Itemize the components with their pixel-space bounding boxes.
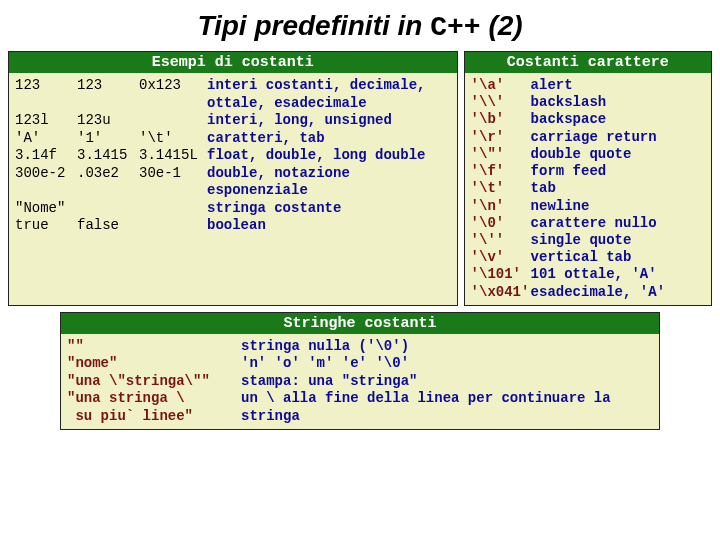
ex-c1: 3.1415 bbox=[77, 147, 135, 165]
str-lit: "una \"stringa\"" bbox=[67, 373, 237, 391]
ex-c2: '\t' bbox=[139, 130, 203, 148]
char-desc: 101 ottale, 'A' bbox=[531, 266, 705, 283]
examples-header: Esempi di costanti bbox=[9, 52, 457, 73]
char-header: Costanti carattere bbox=[465, 52, 711, 73]
strings-box: Stringhe costanti ""stringa nulla ('\0')… bbox=[60, 312, 660, 431]
char-esc: '\0' bbox=[471, 215, 527, 232]
slide-title: Tipi predefiniti in C++ (2) bbox=[0, 0, 720, 51]
title-prefix: Tipi predefiniti in bbox=[197, 10, 430, 41]
ex-c0: 123 bbox=[15, 77, 73, 112]
char-esc: '\'' bbox=[471, 232, 527, 249]
examples-body: 123 123 0x123 interi costanti, decimale,… bbox=[9, 73, 457, 239]
ex-c2 bbox=[139, 200, 203, 218]
ex-c0: 300e-2 bbox=[15, 165, 73, 200]
ex-desc: boolean bbox=[207, 217, 451, 235]
str-desc: stampa: una "stringa" bbox=[241, 373, 653, 391]
ex-c1: .03e2 bbox=[77, 165, 135, 200]
char-desc: vertical tab bbox=[531, 249, 705, 266]
char-esc: '\v' bbox=[471, 249, 527, 266]
char-esc: '\t' bbox=[471, 180, 527, 197]
strings-wrap: Stringhe costanti ""stringa nulla ('\0')… bbox=[0, 306, 720, 431]
strings-header: Stringhe costanti bbox=[61, 313, 659, 334]
char-constants-box: Costanti carattere '\a'alert '\\'backsla… bbox=[464, 51, 712, 306]
str-desc: un \ alla fine della linea per continuar… bbox=[241, 390, 653, 425]
slide: Tipi predefiniti in C++ (2) Esempi di co… bbox=[0, 0, 720, 540]
ex-c2: 30e-1 bbox=[139, 165, 203, 200]
ex-c1: false bbox=[77, 217, 135, 235]
char-desc: backspace bbox=[531, 111, 705, 128]
ex-c0: "Nome" bbox=[15, 200, 73, 218]
char-desc: single quote bbox=[531, 232, 705, 249]
ex-c0: true bbox=[15, 217, 73, 235]
char-esc: '\\' bbox=[471, 94, 527, 111]
ex-c0: 'A' bbox=[15, 130, 73, 148]
ex-c2 bbox=[139, 112, 203, 130]
ex-c0: 3.14f bbox=[15, 147, 73, 165]
char-desc: backslash bbox=[531, 94, 705, 111]
char-desc: esadecimale, 'A' bbox=[531, 284, 705, 301]
char-body: '\a'alert '\\'backslash '\b'backspace '\… bbox=[465, 73, 711, 305]
ex-desc: caratteri, tab bbox=[207, 130, 451, 148]
char-desc: newline bbox=[531, 198, 705, 215]
char-esc: '\b' bbox=[471, 111, 527, 128]
char-desc: alert bbox=[531, 77, 705, 94]
str-lit: "una stringa \ su piu` linee" bbox=[67, 390, 237, 425]
ex-c0: 123l bbox=[15, 112, 73, 130]
ex-c1: 123u bbox=[77, 112, 135, 130]
ex-c2 bbox=[139, 217, 203, 235]
ex-c2: 0x123 bbox=[139, 77, 203, 112]
strings-body: ""stringa nulla ('\0') "nome"'n' 'o' 'm'… bbox=[61, 334, 659, 430]
str-desc: stringa nulla ('\0') bbox=[241, 338, 653, 356]
char-esc: '\"' bbox=[471, 146, 527, 163]
char-desc: tab bbox=[531, 180, 705, 197]
char-desc: carriage return bbox=[531, 129, 705, 146]
ex-desc: stringa costante bbox=[207, 200, 451, 218]
char-esc: '\n' bbox=[471, 198, 527, 215]
char-esc: '\101' bbox=[471, 266, 527, 283]
char-esc: '\f' bbox=[471, 163, 527, 180]
strings-table: ""stringa nulla ('\0') "nome"'n' 'o' 'm'… bbox=[67, 338, 653, 426]
title-suffix: (2) bbox=[481, 10, 523, 41]
ex-desc: float, double, long double bbox=[207, 147, 451, 165]
ex-desc: interi, long, unsigned bbox=[207, 112, 451, 130]
char-esc: '\a' bbox=[471, 77, 527, 94]
ex-desc: double, notazione esponenziale bbox=[207, 165, 451, 200]
examples-box: Esempi di costanti 123 123 0x123 interi … bbox=[8, 51, 458, 306]
char-table: '\a'alert '\\'backslash '\b'backspace '\… bbox=[471, 77, 705, 301]
top-row: Esempi di costanti 123 123 0x123 interi … bbox=[0, 51, 720, 306]
str-desc: 'n' 'o' 'm' 'e' '\0' bbox=[241, 355, 653, 373]
char-esc: '\x041' bbox=[471, 284, 527, 301]
ex-c1: '1' bbox=[77, 130, 135, 148]
ex-c1 bbox=[77, 200, 135, 218]
str-lit: "" bbox=[67, 338, 237, 356]
ex-desc: interi costanti, decimale, ottale, esade… bbox=[207, 77, 451, 112]
char-desc: form feed bbox=[531, 163, 705, 180]
char-desc: carattere nullo bbox=[531, 215, 705, 232]
title-lang: C++ bbox=[430, 12, 480, 43]
ex-c1: 123 bbox=[77, 77, 135, 112]
char-esc: '\r' bbox=[471, 129, 527, 146]
ex-c2: 3.1415L bbox=[139, 147, 203, 165]
examples-table: 123 123 0x123 interi costanti, decimale,… bbox=[15, 77, 451, 235]
char-desc: double quote bbox=[531, 146, 705, 163]
str-lit: "nome" bbox=[67, 355, 237, 373]
